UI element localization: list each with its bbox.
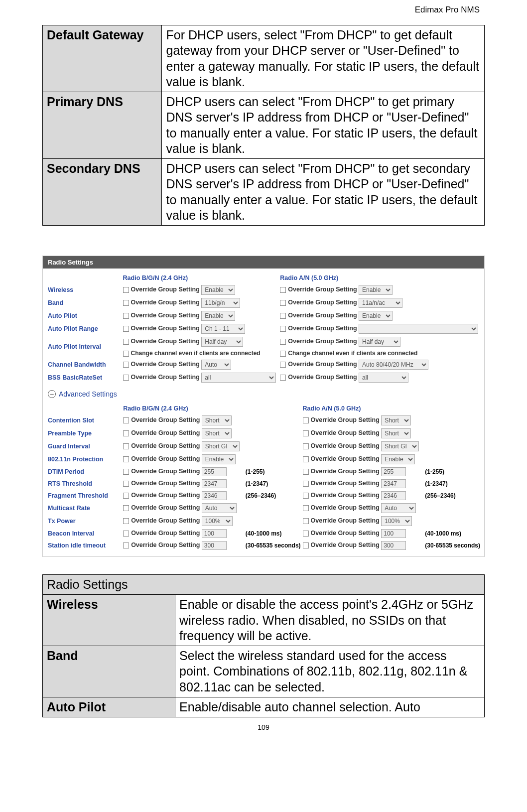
override-checkbox[interactable] <box>123 430 129 436</box>
autopilot-24-select[interactable]: Enable <box>201 311 235 321</box>
apinterval-24-select[interactable]: Half day <box>201 337 243 347</box>
override-checkbox[interactable] <box>303 417 309 423</box>
preamble-24-select[interactable]: Short <box>202 428 232 438</box>
idle-24-input[interactable] <box>202 541 227 550</box>
override-checkbox[interactable] <box>303 481 309 487</box>
advanced-settings-toggle[interactable]: − Advanced Settings <box>46 384 481 402</box>
wireless-50-select[interactable]: Enable <box>359 285 393 295</box>
override-checkbox[interactable] <box>123 339 129 345</box>
override-checkbox[interactable] <box>123 375 129 381</box>
override-checkbox[interactable] <box>123 417 129 423</box>
override-checkbox[interactable] <box>123 531 129 537</box>
override-checkbox[interactable] <box>303 542 309 548</box>
dot11n-24-select[interactable]: Enable <box>202 454 236 464</box>
override-label: Override Group Setting <box>131 468 200 475</box>
override-checkbox[interactable] <box>123 542 129 548</box>
band-50-select[interactable]: 11a/n/ac <box>359 298 402 308</box>
bssrate-50-select[interactable]: all <box>359 373 408 383</box>
override-checkbox[interactable] <box>123 493 129 499</box>
row-aprange: Auto Pilot Range Override Group Setting … <box>46 322 481 335</box>
dtim-24-input[interactable] <box>202 467 227 476</box>
gi-50-select[interactable]: Short GI <box>381 441 419 451</box>
cslot-50-select[interactable]: Short <box>381 415 411 425</box>
label-bssrate: BSS BasicRateSet <box>46 371 122 384</box>
rts-24-input[interactable] <box>202 479 227 488</box>
override-checkbox[interactable] <box>303 505 309 511</box>
dtim-50-input[interactable] <box>381 467 406 476</box>
override-checkbox[interactable] <box>123 505 129 511</box>
frag-hint: (256–2346) <box>420 490 481 502</box>
row-gi: Guard Interval Override Group Setting Sh… <box>46 440 481 453</box>
label-rts: RTS Threshold <box>46 478 122 490</box>
override-checkbox[interactable] <box>303 443 309 449</box>
row-frag: Fragment Threshold Override Group Settin… <box>46 490 481 502</box>
row-dtim: DTIM Period Override Group Setting (1-25… <box>46 466 481 478</box>
change-channel-label: Change channel even if clients are conne… <box>288 350 417 357</box>
label-aprange: Auto Pilot Range <box>46 322 122 335</box>
frag-50-input[interactable] <box>381 491 406 500</box>
band-24-select[interactable]: 11b/g/n <box>201 298 240 308</box>
override-checkbox[interactable] <box>123 481 129 487</box>
mcast-50-select[interactable]: Auto <box>381 503 416 513</box>
aprange-24-select[interactable]: Ch 1 - 11 <box>201 324 245 334</box>
override-checkbox[interactable] <box>123 456 129 462</box>
bssrate-24-select[interactable]: all <box>201 373 276 383</box>
override-label: Override Group Setting <box>288 312 357 319</box>
row-band-desc-label: Band <box>43 646 175 697</box>
override-checkbox[interactable] <box>123 313 129 319</box>
override-checkbox[interactable] <box>303 493 309 499</box>
override-label: Override Group Setting <box>311 541 380 548</box>
chbw-50-select[interactable]: Auto 80/40/20 MHz <box>359 360 428 370</box>
override-label: Override Group Setting <box>131 299 200 306</box>
override-checkbox[interactable] <box>280 287 286 293</box>
override-checkbox[interactable] <box>303 469 309 475</box>
beacon-50-input[interactable] <box>381 529 406 538</box>
gi-24-select[interactable]: Short GI <box>202 441 240 451</box>
change-channel-checkbox[interactable] <box>123 351 129 357</box>
row-wireless-desc-label: Wireless <box>43 595 175 646</box>
override-checkbox[interactable] <box>303 456 309 462</box>
idle-50-input[interactable] <box>381 541 406 550</box>
rts-50-input[interactable] <box>381 479 406 488</box>
label-frag: Fragment Threshold <box>46 490 122 502</box>
override-checkbox[interactable] <box>123 326 129 332</box>
change-channel-label: Change channel even if clients are conne… <box>131 350 261 357</box>
advanced-settings-label: Advanced Settings <box>59 390 117 398</box>
override-checkbox[interactable] <box>280 375 286 381</box>
override-label: Override Group Setting <box>131 286 200 293</box>
override-checkbox[interactable] <box>280 313 286 319</box>
override-checkbox[interactable] <box>123 287 129 293</box>
mcast-24-select[interactable]: Auto <box>202 503 237 513</box>
chbw-24-select[interactable]: Auto <box>201 360 231 370</box>
override-checkbox[interactable] <box>303 531 309 537</box>
preamble-50-select[interactable]: Short <box>381 428 411 438</box>
txpower-50-select[interactable]: 100% <box>381 516 412 526</box>
apinterval-50-select[interactable]: Half day <box>359 337 400 347</box>
aprange-50-select[interactable] <box>359 324 478 334</box>
override-label: Override Group Setting <box>131 492 200 499</box>
override-checkbox[interactable] <box>280 300 286 306</box>
override-checkbox[interactable] <box>280 339 286 345</box>
wireless-24-select[interactable]: Enable <box>201 285 235 295</box>
override-checkbox[interactable] <box>123 469 129 475</box>
autopilot-50-select[interactable]: Enable <box>359 311 393 321</box>
override-checkbox[interactable] <box>123 300 129 306</box>
col-header-50ghz: Radio A/N (5.0 GHz) <box>279 271 481 283</box>
override-checkbox[interactable] <box>123 518 129 524</box>
override-label: Override Group Setting <box>311 455 380 462</box>
row-txpower: Tx Power Override Group Setting 100% Ove… <box>46 515 481 528</box>
row-default-gateway-text: For DHCP users, select "From DHCP" to ge… <box>162 25 485 92</box>
change-channel-checkbox[interactable] <box>280 351 286 357</box>
txpower-24-select[interactable]: 100% <box>202 516 233 526</box>
override-checkbox[interactable] <box>280 362 286 368</box>
frag-24-input[interactable] <box>202 491 227 500</box>
beacon-24-input[interactable] <box>202 529 227 538</box>
override-checkbox[interactable] <box>303 430 309 436</box>
override-checkbox[interactable] <box>280 326 286 332</box>
dot11n-50-select[interactable]: Enable <box>381 454 415 464</box>
cslot-24-select[interactable]: Short <box>202 415 232 425</box>
override-checkbox[interactable] <box>303 518 309 524</box>
col-header-24ghz: Radio B/G/N (2.4 GHz) <box>122 271 279 283</box>
override-checkbox[interactable] <box>123 362 129 368</box>
override-checkbox[interactable] <box>123 443 129 449</box>
